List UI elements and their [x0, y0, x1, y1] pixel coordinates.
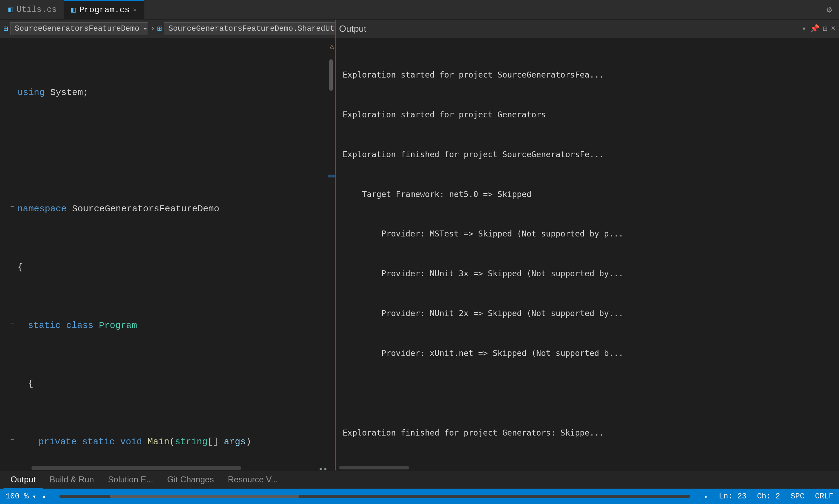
project-dropdown[interactable]: SourceGeneratorsFeatureDemo	[10, 22, 148, 35]
scroll-position-indicator	[328, 175, 335, 177]
tab-utils-cs[interactable]: ◧ Utils.cs	[1, 0, 64, 19]
bottom-tab-resource[interactable]: Resource V...	[221, 471, 285, 489]
scroll-left-btn[interactable]: ◂	[41, 492, 45, 501]
hscroll-arrows: ◂ ▸	[318, 464, 328, 470]
output-content[interactable]: Exploration started for project SourceGe…	[336, 38, 839, 465]
output-line-9	[343, 387, 832, 400]
ide-window: ◧ Utils.cs ◧ Program.cs × ⚙ ⊞ SourceGene…	[0, 0, 839, 504]
output-line-4: Target Framework: net5.0 => Skipped	[343, 188, 832, 201]
output-line-8: Provider: xUnit.net => Skipped (Not supp…	[343, 347, 832, 360]
output-controls: ▾ 📌 ⊡ ×	[802, 24, 836, 34]
code-line-2-text	[17, 144, 23, 159]
content-area: ⊞ SourceGeneratorsFeatureDemo › ⊞ Source…	[0, 20, 839, 470]
code-line-5-text: static class Program	[17, 319, 137, 333]
scrollbar-thumb[interactable]	[329, 59, 333, 91]
code-line-7-text: private static void Main(string[] args)	[17, 435, 251, 450]
output-line-2: Exploration started for project Generato…	[343, 108, 832, 122]
editor-hscrollbar[interactable]: ◂ ▸	[0, 463, 335, 470]
file-icon: ◧	[8, 5, 13, 14]
fold-gutter-3[interactable]: −	[7, 202, 17, 212]
status-encoding: SPC	[791, 492, 805, 501]
code-line-4: {	[7, 260, 328, 275]
code-line-4-text: {	[17, 260, 23, 275]
hscrollbar-indicator	[110, 495, 299, 498]
bottom-tab-output[interactable]: Output	[3, 471, 43, 489]
close-icon[interactable]: ×	[133, 7, 137, 14]
nav-bar: ⊞ SourceGeneratorsFeatureDemo › ⊞ Source…	[0, 20, 335, 38]
output-line-6: Provider: NUnit 3x => Skipped (Not suppo…	[343, 267, 832, 280]
scroll-right-btn[interactable]: ▸	[704, 492, 708, 501]
bottom-tabs: Output Build & Run Solution E... Git Cha…	[0, 470, 839, 489]
bottom-area: Output Build & Run Solution E... Git Cha…	[0, 470, 839, 504]
output-dropdown-arrow[interactable]: ▾	[802, 24, 806, 34]
code-line-1-text: using System;	[17, 86, 88, 100]
editor-panel: ⊞ SourceGeneratorsFeatureDemo › ⊞ Source…	[0, 20, 336, 470]
fold-gutter-5[interactable]: −	[7, 319, 17, 329]
output-hscrollbar[interactable]	[336, 465, 839, 470]
project-nav-icon: ⊞	[3, 24, 8, 34]
zoom-dropdown[interactable]: ▾	[32, 492, 36, 501]
warning-icon: ⚠	[330, 42, 334, 51]
zoom-control: 100 % ▾ ◂	[6, 492, 45, 501]
horizontal-scrollbar-bar[interactable]	[59, 495, 690, 498]
output-title: Output	[339, 23, 366, 34]
editor-scrollbar[interactable]: ⚠	[328, 38, 335, 463]
file-icon: ◧	[71, 5, 76, 15]
fold-gutter-7[interactable]: −	[7, 435, 17, 445]
tab-bar-controls: ⚙	[826, 4, 838, 15]
code-line-2	[7, 144, 328, 159]
settings-icon[interactable]: ⚙	[826, 4, 832, 15]
hscroll-left-arrow[interactable]: ◂	[318, 464, 322, 470]
output-line-1: Exploration started for project SourceGe…	[343, 68, 832, 82]
bottom-tab-solution[interactable]: Solution E...	[101, 471, 160, 489]
status-ln: Ln: 23	[719, 492, 746, 501]
zoom-value: 100 %	[6, 492, 29, 501]
code-content[interactable]: using System; − namespace SourceGenerato…	[0, 38, 328, 463]
output-panel: Output ▾ 📌 ⊡ × Exploration started for p…	[336, 20, 839, 470]
code-line-6: {	[7, 377, 328, 392]
output-expand-icon[interactable]: ⊡	[823, 24, 827, 34]
status-bar: 100 % ▾ ◂ ▸ Ln: 23 Ch: 2 SPC CRLF	[0, 489, 839, 504]
output-line-10: Exploration finished for project Generat…	[343, 426, 832, 440]
output-pin-icon[interactable]: 📌	[810, 24, 819, 34]
code-area: using System; − namespace SourceGenerato…	[0, 38, 335, 463]
output-hscrollbar-thumb[interactable]	[339, 466, 409, 469]
class-nav-icon: ⊞	[157, 24, 162, 34]
hscroll-right-arrow[interactable]: ▸	[324, 464, 328, 470]
tab-utils-cs-label: Utils.cs	[16, 5, 57, 14]
code-line-5: − static class Program	[7, 319, 328, 333]
code-line-1: using System;	[7, 86, 328, 100]
tab-program-cs-label: Program.cs	[79, 5, 130, 15]
editor-hscrollbar-thumb[interactable]	[31, 466, 241, 470]
status-ch: Ch: 2	[757, 492, 780, 501]
class-dropdown[interactable]: SourceGeneratorsFeatureDemo.SharedUt	[164, 22, 336, 35]
output-line-5: Provider: MSTest => Skipped (Not support…	[343, 227, 832, 241]
output-line-3: Exploration finished for project SourceG…	[343, 148, 832, 161]
output-header: Output ▾ 📌 ⊡ ×	[336, 20, 839, 38]
nav-separator: ›	[150, 24, 155, 33]
bottom-tab-git[interactable]: Git Changes	[160, 471, 221, 489]
status-line-ending: CRLF	[815, 492, 833, 501]
bottom-tab-build[interactable]: Build & Run	[43, 471, 101, 489]
code-line-7: − private static void Main(string[] args…	[7, 435, 328, 450]
tab-bar: ◧ Utils.cs ◧ Program.cs × ⚙	[0, 0, 839, 20]
tab-program-cs[interactable]: ◧ Program.cs ×	[64, 0, 144, 19]
output-close-icon[interactable]: ×	[831, 24, 836, 33]
code-line-3: − namespace SourceGeneratorsFeatureDemo	[7, 202, 328, 217]
output-line-7: Provider: NUnit 2x => Skipped (Not suppo…	[343, 307, 832, 320]
status-bar-right: Ln: 23 Ch: 2 SPC CRLF	[719, 492, 833, 501]
code-line-3-text: namespace SourceGeneratorsFeatureDemo	[17, 202, 219, 217]
code-line-6-text: {	[17, 377, 34, 392]
